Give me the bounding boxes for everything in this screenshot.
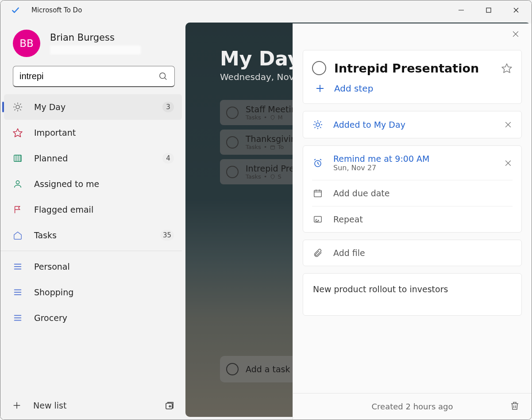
new-group-button[interactable]	[164, 400, 177, 411]
svg-point-4	[160, 73, 166, 78]
details-footer: Created 2 hours ago	[293, 393, 532, 420]
svg-line-12	[20, 109, 21, 110]
task-complete-checkbox[interactable]	[312, 61, 326, 75]
svg-line-57	[320, 159, 321, 160]
reminder-row[interactable]: Remind me at 9:00 AM Sun, Nov 27	[303, 146, 521, 180]
added-to-myday-row[interactable]: Added to My Day	[303, 111, 521, 138]
due-date-label: Add due date	[333, 188, 513, 198]
sidebar-item-myday[interactable]: My Day 3	[4, 94, 182, 120]
add-step-button[interactable]: Add step	[303, 80, 521, 103]
sun-icon	[312, 119, 324, 130]
task-subtitle: Tasks• S	[246, 173, 294, 180]
sidebar-item-assigned[interactable]: Assigned to me	[4, 171, 182, 197]
sun-icon	[12, 102, 23, 112]
title-bar: Microsoft To Do	[0, 0, 532, 20]
svg-line-56	[314, 159, 316, 160]
task-subtitle: Tasks• To	[246, 144, 296, 150]
add-step-label: Add step	[334, 83, 373, 94]
sidebar-item-important[interactable]: Important	[4, 120, 182, 145]
sidebar-item-badge: 3	[162, 102, 174, 112]
list-icon	[12, 262, 23, 271]
app-title: Microsoft To Do	[31, 6, 82, 14]
task-note[interactable]: New product rollout to investors	[303, 273, 522, 316]
sidebar-item-planned[interactable]: Planned 4	[4, 145, 182, 171]
task-title-text[interactable]: Intrepid Presentation	[334, 61, 501, 75]
sidebar-item-shopping[interactable]: Shopping	[4, 279, 182, 305]
svg-line-55	[318, 164, 319, 164]
reminder-label: Remind me at 9:00 AM	[333, 154, 504, 164]
sidebar-item-label: Grocery	[34, 313, 174, 323]
new-list-row: New list	[0, 391, 185, 420]
task-checkbox[interactable]	[226, 166, 239, 178]
remove-myday-button[interactable]	[504, 120, 513, 129]
sidebar-item-tasks[interactable]: Tasks 35	[4, 222, 182, 248]
sidebar-item-label: Important	[34, 128, 174, 137]
list-icon	[12, 287, 23, 297]
add-file-card: Add file	[303, 240, 522, 266]
star-icon	[12, 127, 23, 138]
sidebar-item-label: Flagged email	[34, 205, 174, 214]
svg-marker-39	[502, 64, 512, 73]
profile-subtext	[50, 46, 141, 54]
sidebar-item-label: Planned	[34, 153, 162, 163]
due-date-row[interactable]: Add due date	[303, 180, 521, 206]
reminder-subtext: Sun, Nov 27	[333, 164, 504, 172]
sidebar-item-label: Shopping	[34, 287, 174, 297]
svg-line-49	[315, 127, 316, 128]
new-list-label[interactable]: New list	[33, 401, 164, 410]
task-title: Staff Meetin	[246, 104, 297, 114]
search-icon[interactable]	[158, 72, 168, 81]
svg-line-5	[165, 77, 167, 80]
sidebar-item-label: My Day	[34, 102, 162, 112]
svg-line-14	[20, 104, 21, 105]
task-checkbox[interactable]	[226, 136, 239, 149]
add-task-circle-icon	[226, 363, 239, 375]
plus-icon[interactable]	[12, 401, 23, 410]
person-icon	[12, 179, 23, 189]
nav-builtin: My Day 3 Important Planned 4	[0, 92, 185, 331]
star-button[interactable]	[501, 62, 513, 74]
search-field[interactable]	[13, 66, 175, 87]
svg-point-6	[16, 105, 19, 109]
details-close-button[interactable]	[511, 30, 520, 38]
task-checkbox[interactable]	[226, 107, 239, 119]
window-minimize-button[interactable]	[447, 2, 475, 19]
add-task-label: Add a task	[246, 364, 290, 374]
svg-point-42	[316, 123, 320, 126]
remove-reminder-button[interactable]	[504, 159, 513, 168]
svg-rect-1	[486, 8, 491, 12]
created-text: Created 2 hours ago	[372, 402, 453, 411]
attachment-icon	[312, 248, 324, 258]
svg-line-47	[315, 122, 316, 122]
nav-separator	[0, 251, 182, 251]
avatar: BB	[13, 30, 40, 57]
svg-line-50	[320, 122, 321, 122]
profile[interactable]: BB Brian Burgess	[0, 20, 185, 62]
flag-icon	[12, 205, 23, 214]
repeat-row[interactable]: Repeat	[303, 206, 521, 232]
repeat-icon	[312, 214, 324, 224]
myday-card: Added to My Day	[303, 111, 522, 138]
sidebar-item-grocery[interactable]: Grocery	[4, 305, 182, 331]
sidebar-item-personal[interactable]: Personal	[4, 254, 182, 279]
task-title: Intrepid Pre	[246, 164, 294, 173]
window-maximize-button[interactable]	[475, 2, 502, 19]
sidebar-item-label: Personal	[34, 262, 174, 271]
home-icon	[12, 230, 23, 240]
sidebar-item-flagged[interactable]: Flagged email	[4, 197, 182, 222]
search-input[interactable]	[19, 71, 158, 81]
svg-line-11	[15, 104, 15, 105]
calendar-icon	[312, 188, 324, 198]
svg-point-20	[16, 181, 19, 184]
myday-label: Added to My Day	[333, 120, 504, 130]
add-file-label: Add file	[333, 248, 513, 258]
schedule-card: Remind me at 9:00 AM Sun, Nov 27 Add due…	[303, 145, 522, 233]
task-subtitle: Tasks• M	[246, 114, 297, 121]
planned-icon	[12, 153, 23, 163]
window-close-button[interactable]	[502, 2, 530, 19]
add-file-row[interactable]: Add file	[303, 240, 521, 266]
delete-task-button[interactable]	[509, 401, 520, 411]
svg-rect-35	[270, 145, 274, 149]
profile-name: Brian Burgess	[50, 32, 175, 43]
svg-marker-15	[13, 129, 22, 137]
